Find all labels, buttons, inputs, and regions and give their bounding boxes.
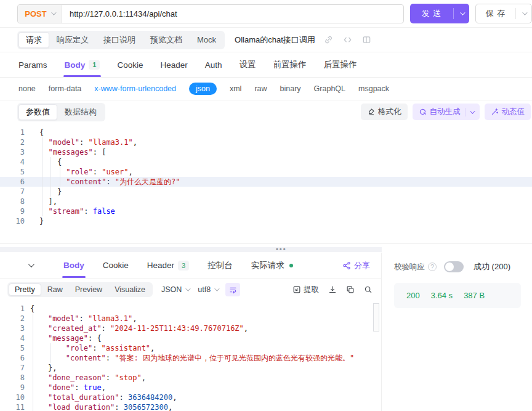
line-number: 3 [0, 147, 25, 157]
extract-button[interactable]: 提取 [292, 285, 319, 295]
share-button[interactable]: 分享 [342, 260, 370, 271]
tab-param-value[interactable]: 参数值 [18, 104, 57, 120]
code-line: 6 "content": "答案: 因为地球的光谱中，位于可见光范围内的蓝色光有… [0, 353, 381, 363]
response-time: 3.64 s [431, 291, 453, 300]
split-panel-icon[interactable] [362, 35, 371, 44]
request-json-editor[interactable]: 1{2 "model": "llama3.1",3 "messages": [4… [0, 123, 532, 244]
code-line: 5 "role": "assistant", [0, 343, 381, 353]
tab-api-description[interactable]: 接口说明 [96, 32, 143, 48]
tab-cookie[interactable]: Cookie [117, 52, 143, 77]
tab-mock[interactable]: Mock [190, 33, 224, 47]
send-dropdown[interactable] [454, 12, 469, 15]
tab-pre-actions[interactable]: 前置操作 [273, 52, 306, 77]
tab-actual-request[interactable]: 实际请求 [251, 253, 293, 278]
extract-box-icon [292, 285, 301, 294]
format-button[interactable]: 格式化 [361, 104, 408, 120]
tab-params[interactable]: Params [18, 52, 47, 77]
copy-icon[interactable] [346, 285, 355, 294]
tab-response-definition[interactable]: 响应定义 [49, 32, 96, 48]
line-number: 8 [0, 197, 25, 206]
api-title: Ollama的chat接口调用 [235, 35, 315, 46]
code-content: "role": "assistant", [30, 343, 155, 353]
line-number: 4 [0, 333, 25, 343]
save-button[interactable]: 保 存 [475, 4, 532, 23]
line-number: 7 [0, 187, 25, 197]
save-dropdown[interactable] [516, 12, 531, 15]
indent-guide [33, 383, 33, 393]
search-icon[interactable] [364, 285, 373, 294]
link-icon[interactable] [324, 35, 333, 44]
response-view-switch: Pretty Raw Preview Visualize [7, 282, 153, 297]
indent-guide [42, 206, 42, 216]
refresh-icon [419, 108, 427, 116]
tab-preview-doc[interactable]: 预览文档 [143, 32, 190, 48]
code-content: "model": "llama3.1", [30, 314, 137, 324]
chevron-down-icon[interactable] [470, 108, 475, 113]
indent-guide [42, 197, 42, 206]
collapse-response-button[interactable] [28, 263, 33, 267]
drag-handle-icon[interactable]: ••• [276, 246, 287, 251]
body-type-form-data[interactable]: form-data [49, 84, 82, 93]
green-dot-icon [289, 264, 293, 267]
tab-raw[interactable]: Raw [41, 283, 69, 296]
tab-header[interactable]: Header [160, 52, 187, 77]
code-content: } [39, 216, 44, 226]
validation-toggle[interactable] [444, 261, 464, 272]
code-icon[interactable] [343, 35, 352, 44]
format-select[interactable]: JSON [161, 285, 189, 294]
body-type-json[interactable]: json [189, 83, 217, 95]
tab-auth[interactable]: Auth [205, 52, 222, 77]
chevron-down-icon [522, 10, 527, 15]
tab-response-header[interactable]: Header3 [147, 253, 189, 278]
method-select[interactable]: POST [18, 5, 62, 23]
code-line: 2 "model": "llama3.1", [0, 137, 532, 147]
tab-visualize[interactable]: Visualize [108, 283, 151, 296]
tab-post-actions[interactable]: 后置操作 [323, 52, 357, 77]
body-editor-toolbar: 参数值 数据结构 格式化 自动生成 动态 [0, 100, 532, 123]
tab-preview[interactable]: Preview [69, 283, 108, 296]
tab-pretty[interactable]: Pretty [9, 283, 41, 296]
request-tabs-row: Params Body1 Cookie Header Auth 设置 前置操作 … [0, 52, 532, 78]
tab-request[interactable]: 请求 [18, 32, 49, 48]
encoding-select[interactable]: utf8 [198, 285, 218, 294]
tab-response-body[interactable]: Body [63, 253, 84, 278]
body-type-none[interactable]: none [18, 84, 36, 93]
panel-splitter: ••• [0, 244, 532, 253]
body-type-binary[interactable]: binary [280, 84, 301, 93]
scrollbar-thumb[interactable] [373, 303, 379, 332]
code-content: "model": "llama3.1", [39, 137, 137, 147]
send-button[interactable]: 发 送 [410, 4, 469, 23]
download-icon[interactable] [328, 285, 337, 294]
indent-guide [42, 147, 42, 157]
tab-response-cookie[interactable]: Cookie [103, 253, 129, 278]
header-count-badge: 3 [178, 261, 189, 271]
dynamic-value-button[interactable]: 动态值 [485, 104, 531, 120]
splitter-bar [0, 247, 382, 252]
body-type-graphql[interactable]: GraphQL [314, 84, 345, 93]
question-circle-icon[interactable]: ? [428, 262, 437, 271]
tab-body[interactable]: Body1 [65, 52, 100, 77]
indent-guide [33, 314, 33, 324]
tab-data-schema[interactable]: 数据结构 [57, 104, 104, 120]
url-bar: POST http://127.0.0.1:11434/api/chat [17, 4, 404, 23]
response-json-editor[interactable]: 1{2 "model": "llama3.1",3 "created_at": … [0, 301, 381, 411]
body-type-urlencoded[interactable]: x-www-form-urlencoded [94, 84, 176, 93]
indent-guide [50, 343, 51, 353]
url-input[interactable]: http://127.0.0.1:11434/api/chat [62, 9, 403, 18]
code-line: 8 "done_reason": "stop", [0, 373, 381, 383]
body-type-msgpack[interactable]: msgpack [358, 84, 389, 93]
code-content: { [39, 128, 44, 137]
code-line: 7 } [0, 187, 532, 197]
indent-guide [33, 333, 33, 343]
body-type-raw[interactable]: raw [254, 84, 267, 93]
auto-generate-button[interactable]: 自动生成 [413, 104, 480, 120]
wrap-text-button[interactable] [225, 283, 240, 296]
doc-tabs-row: 请求 响应定义 接口说明 预览文档 Mock Ollama的chat接口调用 [0, 28, 532, 52]
code-content: ], [39, 197, 57, 206]
line-number: 1 [0, 128, 25, 137]
tab-settings[interactable]: 设置 [239, 52, 256, 77]
code-line: 6 "content": "为什么天是蓝的?" [0, 177, 532, 187]
magic-wand-icon [491, 108, 499, 116]
body-type-xml[interactable]: xml [230, 84, 241, 93]
tab-console[interactable]: 控制台 [208, 253, 233, 278]
